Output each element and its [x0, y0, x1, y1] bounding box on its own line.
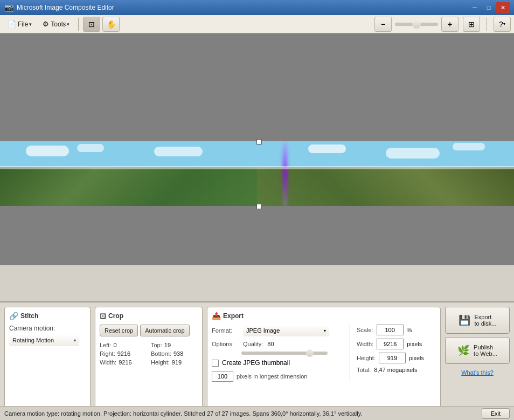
fit-button[interactable]: ⊞ [463, 17, 480, 32]
crop-top-label: Top: [151, 342, 162, 348]
crop-right-field: Right: 9216 [100, 350, 147, 357]
crop-bottom-field: Bottom: 938 [151, 350, 198, 357]
camera-motion-label: Camera motion: [9, 325, 86, 332]
canvas-bottom-gray [0, 206, 514, 265]
stitch-icon: 🔗 [9, 312, 18, 320]
total-row: Total: 8,47 megapixels [357, 367, 436, 373]
sep1 [78, 18, 79, 31]
scale-unit: % [407, 327, 412, 333]
camera-motion-dropdown[interactable]: Rotating Motion ▾ [9, 334, 79, 346]
crop-left-label: Left: [100, 342, 111, 348]
panorama-bg [0, 141, 514, 206]
thumbnail-checkbox[interactable] [212, 360, 219, 367]
maximize-button[interactable]: □ [482, 2, 496, 13]
automatic-crop-button[interactable]: Automatic crop [140, 325, 189, 336]
hand-tool-button[interactable]: ✋ [102, 17, 120, 32]
crop-handle-bottom[interactable] [256, 204, 262, 209]
cloud3 [154, 147, 203, 156]
menubar: 📄 File ▾ ⚙ Tools ▾ ⊡ ✋ − + ⊞ ? ▾ [0, 15, 514, 33]
titlebar: 📷 Microsoft Image Composite Editor ─ □ ✕ [0, 0, 514, 15]
dropdown-arrow: ▾ [74, 338, 76, 343]
crop-handle-top[interactable] [256, 139, 262, 144]
width-row: Width: pixels [357, 339, 436, 349]
pixels-label: pixels in longest dimension [237, 373, 307, 380]
crop-width-label: Width: [100, 359, 116, 366]
zoom-out-icon: − [381, 20, 385, 29]
height-row: Height: pixels [357, 353, 436, 363]
hand-tool-icon: ✋ [107, 20, 116, 29]
format-label: Format: [212, 327, 239, 334]
quality-slider[interactable] [241, 352, 328, 355]
export-left: Format: JPEG Image ▾ Options: Quality: 8… [212, 325, 341, 382]
export-height-input[interactable] [379, 353, 406, 363]
format-dropdown-arrow: ▾ [324, 328, 326, 333]
crop-right-value: 9216 [117, 350, 130, 357]
exit-button[interactable]: Exit [482, 408, 510, 419]
close-button[interactable]: ✕ [496, 2, 510, 13]
crop-values: Left: 0 Top: 19 Right: 9216 Bottom: 938 … [100, 342, 198, 366]
export-disk-label: Export to disk... [475, 314, 497, 327]
thumbnail-row: Create JPEG thumbnail [212, 359, 341, 367]
help-button[interactable]: ? ▾ [494, 17, 511, 32]
tools-icon: ⚙ [43, 20, 49, 28]
light-streak [283, 141, 287, 206]
app-icon: 📷 [4, 3, 13, 12]
quality-label: Quality: [243, 341, 263, 347]
disk-icon: 💾 [459, 314, 470, 326]
side-buttons: 💾 Export to disk... 🌿 Publish to Web... … [445, 307, 510, 416]
zoom-thumb[interactable] [412, 20, 421, 29]
crop-height-value: 919 [172, 359, 182, 366]
thumbnail-label: Create JPEG thumbnail [222, 359, 290, 367]
zoom-in-icon: + [448, 20, 452, 29]
web-icon: 🌿 [457, 345, 469, 356]
crop-right-label: Right: [100, 350, 115, 357]
export-height-unit: pixels [409, 355, 424, 361]
whats-this-link[interactable]: What's this? [445, 369, 510, 376]
crop-buttons-row: Reset crop Automatic crop [100, 325, 198, 336]
minimize-button[interactable]: ─ [468, 2, 482, 13]
toolbar-right: − + ⊞ ? ▾ [373, 17, 512, 32]
crop-icon: ⊡ [100, 312, 106, 320]
crop-tool-button[interactable]: ⊡ [83, 17, 100, 32]
export-width-input[interactable] [377, 339, 404, 349]
crop-panel: ⊡ Crop Reset crop Automatic crop Left: 0… [95, 307, 203, 416]
options-label: Options: [212, 341, 239, 347]
cloud5 [386, 148, 440, 159]
format-dropdown[interactable]: JPEG Image ▾ [243, 325, 329, 336]
cloud2 [77, 144, 104, 152]
cloud6 [453, 143, 485, 150]
quality-thumb[interactable] [306, 349, 314, 357]
export-icon: 📤 [212, 312, 221, 320]
total-label: Total: [357, 367, 371, 373]
crop-title: ⊡ Crop [100, 312, 198, 320]
canvas-top-gray [0, 33, 514, 141]
file-arrow: ▾ [29, 22, 32, 27]
crop-tool-icon: ⊡ [88, 20, 95, 29]
pixels-input[interactable] [212, 371, 233, 382]
zoom-slider[interactable] [395, 23, 438, 26]
export-width-unit: pixels [407, 341, 422, 347]
crop-bottom-label: Bottom: [151, 350, 171, 357]
quality-slider-row [212, 352, 341, 355]
publish-web-label: Publish to Web... [474, 344, 497, 357]
options-row: Options: Quality: 80 [212, 341, 341, 347]
stitch-panel: 🔗 Stitch Camera motion: Rotating Motion … [4, 307, 91, 416]
tools-menu[interactable]: ⚙ Tools ▾ [37, 18, 75, 30]
pixels-row: pixels in longest dimension [212, 371, 341, 382]
publish-web-button[interactable]: 🌿 Publish to Web... [445, 337, 510, 364]
reset-crop-button[interactable]: Reset crop [100, 325, 138, 336]
zoom-in-button[interactable]: + [441, 17, 459, 32]
bottom-panel: 🔗 Stitch Camera motion: Rotating Motion … [0, 301, 514, 420]
crop-top-field: Top: 19 [151, 342, 198, 348]
crop-width-value: 9216 [119, 359, 131, 366]
crop-bottom-value: 938 [173, 350, 183, 357]
fit-icon: ⊞ [468, 20, 475, 29]
stitch-title: 🔗 Stitch [9, 312, 86, 320]
file-icon: 📄 [8, 20, 16, 28]
scale-input[interactable] [377, 325, 404, 335]
file-menu[interactable]: 📄 File ▾ [2, 18, 37, 30]
export-disk-button[interactable]: 💾 Export to disk... [445, 307, 510, 334]
zoom-out-button[interactable]: − [374, 17, 392, 32]
title-text: Microsoft Image Composite Editor [17, 4, 468, 11]
tools-arrow: ▾ [67, 22, 70, 27]
